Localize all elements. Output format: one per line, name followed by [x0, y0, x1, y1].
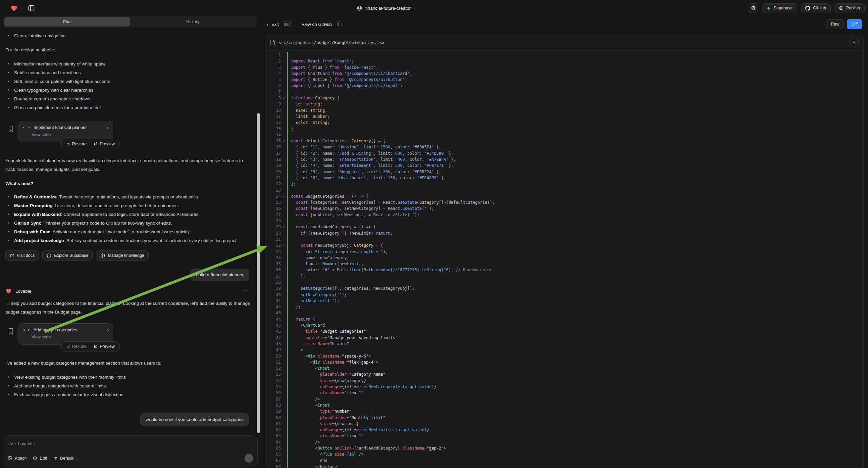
- fold-chevron-icon[interactable]: ∨: [281, 242, 287, 248]
- restore-button[interactable]: ↺ Restore: [63, 139, 90, 149]
- line-number: 25: [266, 199, 281, 205]
- restore-button[interactable]: ↺ Restore: [63, 342, 90, 351]
- code-text: <ChartCard: [287, 322, 863, 328]
- code-line: 27 const [newLimit, setNewLimit] = React…: [266, 212, 863, 218]
- code-line: 1: [266, 52, 863, 58]
- collapse-file-button[interactable]: [849, 38, 859, 47]
- fold-gutter: [281, 187, 287, 194]
- explore-supabase-button[interactable]: Explore Supabase: [42, 251, 93, 261]
- code-line: 53 placeholder="Category name": [266, 371, 863, 377]
- fold-chevron-icon[interactable]: ∨: [281, 95, 287, 101]
- more-menu-icon[interactable]: ···: [241, 288, 248, 293]
- code-line: 10 name: string;: [266, 108, 863, 114]
- line-number: 57: [266, 396, 281, 402]
- code-text: [287, 218, 863, 224]
- code-file-card: src/components/budget/BudgetCategories.t…: [265, 35, 864, 468]
- code-text: name: string;: [287, 108, 863, 114]
- edit-mode-button[interactable]: Edit: [33, 456, 47, 461]
- code-line: 43: [266, 310, 863, 316]
- chevron-right-icon[interactable]: ›: [107, 327, 109, 333]
- publish-globe-icon: [839, 6, 843, 10]
- raw-button[interactable]: Raw: [826, 19, 844, 29]
- diff-button[interactable]: Diff: [847, 19, 862, 29]
- code-line: 8∨interface Category {: [266, 95, 863, 101]
- code-text: />: [287, 439, 863, 445]
- aesthetic-bullet-list: Minimalist interface with plenty of whit…: [5, 60, 249, 112]
- fold-gutter: [281, 230, 287, 236]
- code-text: subtitle="Manage your spending limits": [287, 335, 863, 341]
- manage-knowledge-button[interactable]: Manage knowledge: [96, 251, 148, 261]
- code-line: 12 color: string;: [266, 119, 863, 125]
- preview-button[interactable]: Preview: [90, 139, 118, 149]
- line-number: 35: [266, 261, 281, 267]
- line-number: 20: [266, 169, 281, 175]
- fold-chevron-icon[interactable]: ∨: [281, 194, 287, 199]
- line-number: 64: [266, 439, 281, 445]
- lovable-logo-heart-icon[interactable]: [10, 4, 18, 12]
- view-code-link[interactable]: View code: [32, 335, 109, 340]
- chat-scroll-area[interactable]: Clean, intuitive navigation For the desi…: [0, 29, 256, 434]
- code-text: import { Input } from '@/components/ui/i…: [287, 83, 863, 89]
- chat-input[interactable]: Ask Lovable...: [9, 441, 38, 446]
- chat-composer[interactable]: Ask Lovable... Attach Edit: [3, 435, 258, 466]
- code-text: color: '#' + Math.floor(Math.random()*16…: [287, 267, 863, 273]
- code-text: { id: '1', name: 'Housing', limit: 1500,…: [287, 144, 863, 150]
- list-item: Each category gets a unique color for vi…: [5, 390, 249, 399]
- list-item: Debug with Ease: Activate our experiment…: [5, 228, 255, 236]
- line-number: 63: [266, 433, 281, 439]
- file-path: src/components/budget/BudgetCategories.t…: [278, 40, 384, 45]
- fold-gutter: [281, 144, 287, 150]
- fold-chevron-icon[interactable]: ∨: [281, 138, 287, 144]
- mode-select[interactable]: Default ⌄: [53, 456, 79, 461]
- line-number: 15: [266, 138, 281, 144]
- code-line: 62 onChange={(e) => setNewLimit(e.target…: [266, 427, 863, 433]
- chat-scrollbar[interactable]: [257, 113, 260, 433]
- lovable-heart-icon: [5, 288, 12, 294]
- code-line: 67 Add: [266, 458, 863, 464]
- file-header[interactable]: src/components/budget/BudgetCategories.t…: [266, 35, 863, 50]
- fold-gutter: [281, 427, 287, 433]
- code-text: [287, 89, 863, 95]
- code-line: 36 color: '#' + Math.floor(Math.random()…: [266, 267, 863, 273]
- github-button[interactable]: GitHub: [801, 3, 831, 13]
- tab-history[interactable]: History: [130, 17, 256, 27]
- publish-button[interactable]: Publish: [834, 3, 865, 13]
- fold-chevron-icon[interactable]: ∨: [281, 224, 287, 230]
- code-line: 26 const [newCategory, setNewCategory] =…: [266, 205, 863, 211]
- list-item: Master Prompting: Use clear, detailed, a…: [5, 201, 255, 210]
- code-line: 2import React from 'react';: [266, 58, 863, 64]
- code-editor[interactable]: 12import React from 'react';3import { Pl…: [266, 50, 863, 468]
- exit-button[interactable]: Exit: [272, 22, 279, 27]
- visit-docs-button[interactable]: Visit docs: [5, 251, 39, 261]
- whats-next-heading: What's next?: [5, 179, 249, 188]
- code-line: 3import { Plus } from 'lucide-react';: [266, 64, 863, 70]
- attach-button[interactable]: Attach: [8, 456, 27, 461]
- preview-button[interactable]: Preview: [90, 342, 118, 351]
- code-text: { id: '3', name: 'Transportation', limit…: [287, 156, 863, 163]
- bookmark-icon[interactable]: [8, 125, 14, 132]
- project-chevron-down-icon[interactable]: ⌄: [414, 6, 417, 10]
- esc-keyboard-hint: ESC: [282, 22, 293, 27]
- code-line: 38: [266, 279, 863, 285]
- send-button[interactable]: ↑: [245, 454, 253, 463]
- view-on-github-button[interactable]: View on GitHub: [302, 22, 332, 27]
- doc-button-row: Visit docs Explore Supabase: [5, 251, 249, 261]
- fold-gutter: [281, 255, 287, 261]
- supabase-button[interactable]: Supabase: [762, 3, 797, 13]
- view-code-link[interactable]: View code: [32, 132, 109, 137]
- sidebar-toggle-button[interactable]: [27, 3, 36, 13]
- code-text: <Input: [287, 402, 863, 408]
- fold-gutter: [281, 89, 287, 95]
- tab-chat[interactable]: Chat: [4, 17, 130, 27]
- code-line: 4import ChartCard from '@/components/ui/…: [266, 70, 863, 77]
- code-text: <div className="flex gap-4">: [287, 359, 863, 365]
- fold-gutter: [281, 70, 287, 77]
- list-item: Minimalist interface with plenty of whit…: [5, 60, 249, 68]
- settings-button[interactable]: ⚙: [749, 3, 758, 13]
- restore-preview-pill: ↺ Restore Preview: [61, 139, 120, 149]
- chevron-down-icon[interactable]: ⌄: [21, 6, 24, 10]
- code-text: const newCategoryObj: Category = {: [287, 242, 863, 248]
- bookmark-icon[interactable]: [8, 328, 14, 335]
- chevron-right-icon[interactable]: ›: [107, 124, 109, 130]
- project-name[interactable]: financial-future-creator: [365, 6, 411, 11]
